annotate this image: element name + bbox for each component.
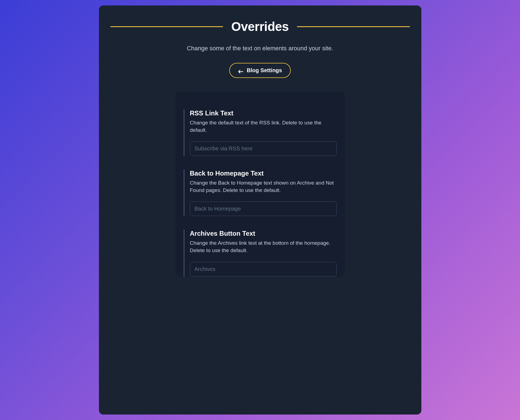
archives-button-text-input[interactable] xyxy=(190,262,337,276)
setting-title-archives: Archives Button Text xyxy=(190,230,337,237)
title-row: Overrides xyxy=(110,19,410,34)
back-button-label: Blog Settings xyxy=(247,67,282,74)
header-section: Overrides Change some of the text on ele… xyxy=(110,19,410,78)
blog-settings-button[interactable]: Blog Settings xyxy=(229,63,291,78)
setting-group-archives: Archives Button Text Change the Archives… xyxy=(184,230,337,276)
back-to-homepage-text-input[interactable] xyxy=(190,202,337,216)
setting-description-homepage: Change the Back to Homepage text shown o… xyxy=(190,179,337,194)
setting-title-homepage: Back to Homepage Text xyxy=(190,170,337,177)
main-panel: Overrides Change some of the text on ele… xyxy=(99,5,421,415)
rss-link-text-input[interactable] xyxy=(190,141,337,156)
arrow-left-icon xyxy=(238,69,243,72)
setting-group-homepage: Back to Homepage Text Change the Back to… xyxy=(184,170,337,216)
setting-description-rss: Change the default text of the RSS link.… xyxy=(190,119,337,134)
setting-group-rss: RSS Link Text Change the default text of… xyxy=(184,109,337,156)
divider-right xyxy=(297,26,410,27)
divider-left xyxy=(110,26,223,27)
setting-title-rss: RSS Link Text xyxy=(190,109,337,117)
page-subtitle: Change some of the text on elements arou… xyxy=(110,45,410,52)
page-title: Overrides xyxy=(231,19,289,34)
settings-card: RSS Link Text Change the default text of… xyxy=(175,92,345,276)
setting-description-archives: Change the Archives link text at the bot… xyxy=(190,240,337,254)
